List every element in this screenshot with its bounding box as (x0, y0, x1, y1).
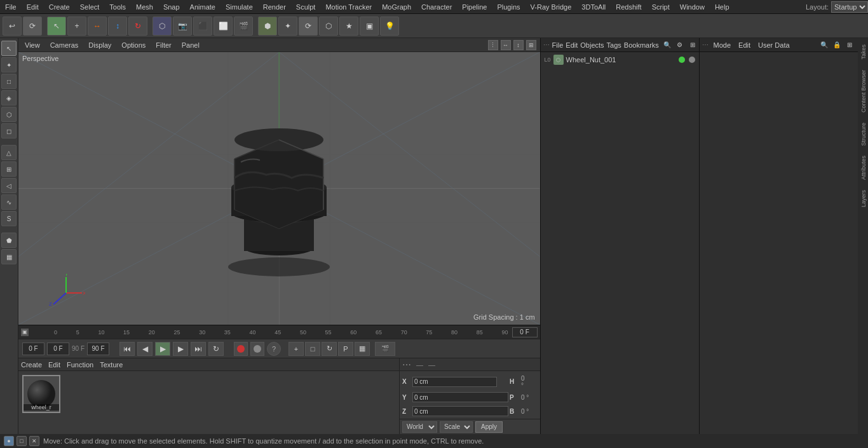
vp-ctrl-2[interactable]: ↔ (501, 40, 511, 50)
vp-ctrl-3[interactable]: ↕ (513, 40, 524, 50)
vp-ctrl-4[interactable]: ⊞ (526, 40, 536, 50)
menu-window[interactable]: Window (675, 2, 710, 12)
z-pos-input[interactable] (412, 406, 508, 416)
vp-menu-panel[interactable]: Panel (179, 41, 202, 49)
vp-menu-cameras[interactable]: Cameras (48, 41, 81, 49)
scale-button[interactable]: ↔ (88, 17, 107, 36)
mode-indicator-3[interactable]: ✕ (29, 436, 39, 446)
light-button[interactable]: 💡 (380, 17, 399, 36)
obj-expand-icon[interactable]: ⊞ (687, 39, 698, 51)
mode-indicator-1[interactable]: ● (4, 436, 14, 446)
mode-btn-9[interactable]: ◁ (1, 178, 17, 193)
viewport[interactable]: X Y Z Perspective Grid Spacing : 1 cm (18, 52, 540, 325)
vtab-attributes[interactable]: Attributes (859, 151, 868, 185)
attr-search-icon[interactable]: 🔍 (818, 39, 830, 51)
menu-help[interactable]: Help (710, 2, 735, 12)
menu-character[interactable]: Character (416, 2, 457, 12)
attr-menu-mode[interactable]: Mode (711, 41, 734, 49)
undo-button[interactable]: ↩ (3, 17, 22, 36)
vtab-content-browser[interactable]: Content Browser (859, 65, 868, 118)
obj-menu-file[interactable]: File (552, 41, 564, 49)
mode-btn-3[interactable]: □ (1, 74, 17, 89)
go-start-button[interactable]: ⏮ (119, 342, 135, 356)
render-button[interactable]: ⬛ (193, 17, 212, 36)
obj-menu-objects[interactable]: Objects (580, 41, 604, 49)
world-select[interactable]: World Object (402, 421, 437, 433)
menu-edit[interactable]: Edit (22, 2, 44, 12)
mode-btn-7[interactable]: △ (1, 145, 17, 160)
rotate-button[interactable]: ↕ (108, 17, 127, 36)
apply-button[interactable]: Apply (475, 421, 503, 433)
redo-button[interactable]: ⟳ (23, 17, 42, 36)
mode-btn-13[interactable]: ▦ (1, 249, 17, 264)
obj-settings-icon[interactable]: ⚙ (674, 39, 686, 51)
play-button[interactable]: ▶ (155, 342, 170, 356)
mat-menu-edit[interactable]: Edit (48, 361, 60, 369)
translate-button[interactable]: + (288, 342, 304, 356)
step-back-button[interactable]: ◀ (137, 342, 153, 356)
menu-create[interactable]: Create (44, 2, 75, 12)
obj-menu-bookmarks[interactable]: Bookmarks (624, 41, 659, 49)
mode-btn-5[interactable]: ⬡ (1, 107, 17, 122)
mode-btn-1[interactable]: ↖ (1, 41, 17, 56)
mat-menu-texture[interactable]: Texture (100, 361, 123, 369)
menu-snap[interactable]: Snap (158, 2, 185, 12)
mode-btn-8[interactable]: ⊞ (1, 161, 17, 177)
mode-btn-12[interactable]: ⬟ (1, 233, 17, 248)
select-mode-button[interactable]: ↖ (47, 17, 66, 36)
menu-plugins[interactable]: Plugins (492, 2, 525, 12)
move-button[interactable]: + (67, 17, 86, 36)
menu-render[interactable]: Render (258, 2, 291, 12)
obj-row-wheelnut[interactable]: L0 ⬡ Wheel_Nut_001 (542, 53, 698, 66)
mode-btn-10[interactable]: ∿ (1, 194, 17, 210)
end-frame-input[interactable] (87, 343, 109, 355)
layout-select[interactable]: Startup (831, 1, 868, 13)
step-forward-button[interactable]: ▶ (173, 342, 188, 356)
mode-btn-4[interactable]: ◈ (1, 90, 17, 105)
menu-redshift[interactable]: Redshift (611, 2, 646, 12)
vtab-takes[interactable]: Takes (859, 39, 868, 65)
obj-menu-tags[interactable]: Tags (607, 41, 621, 49)
help-button[interactable]: ? (267, 342, 281, 356)
menu-animate[interactable]: Animate (185, 2, 220, 12)
menu-tools[interactable]: Tools (104, 2, 131, 12)
timeline-current-frame[interactable] (512, 327, 538, 337)
vp-menu-view[interactable]: View (22, 41, 43, 49)
mat-menu-create[interactable]: Create (21, 361, 42, 369)
obj-btn1[interactable]: ⬢ (258, 17, 277, 36)
camera-button[interactable]: 📷 (173, 17, 192, 36)
mode-indicator-2[interactable]: □ (17, 436, 27, 446)
transform-button[interactable]: ↻ (128, 17, 147, 36)
vp-ctrl-1[interactable]: ⋮ (488, 40, 498, 50)
vtab-structure[interactable]: Structure (859, 118, 868, 151)
obj-render-dot[interactable] (689, 57, 695, 63)
loop-button[interactable]: ↻ (208, 342, 224, 356)
start-frame-input[interactable] (22, 343, 44, 355)
grid-btn[interactable]: ▦ (355, 342, 370, 356)
y-pos-input[interactable] (412, 392, 508, 402)
menu-3dtoall[interactable]: 3DToAll (576, 2, 611, 12)
menu-vray[interactable]: V-Ray Bridge (526, 2, 577, 12)
obj-search-icon[interactable]: 🔍 (661, 39, 673, 51)
go-end-button[interactable]: ⏭ (191, 342, 206, 356)
render-active-button[interactable]: 🎬 (234, 17, 253, 36)
vp-menu-options[interactable]: Options (119, 41, 148, 49)
attr-menu-edit[interactable]: Edit (736, 41, 753, 49)
mode-btn-6[interactable]: ◻ (1, 123, 17, 139)
obj-menu-edit[interactable]: Edit (566, 41, 578, 49)
obj-btn5[interactable]: ★ (339, 17, 358, 36)
obj-btn4[interactable]: ⬡ (319, 17, 338, 36)
current-frame-stepper[interactable] (47, 343, 69, 355)
attr-expand-icon[interactable]: ⊞ (844, 39, 855, 51)
vp-menu-display[interactable]: Display (86, 41, 114, 49)
autokey-button[interactable] (250, 342, 264, 356)
attr-lock-icon[interactable]: 🔒 (831, 39, 843, 51)
mat-menu-function[interactable]: Function (67, 361, 93, 369)
menu-mesh[interactable]: Mesh (131, 2, 158, 12)
record-button[interactable] (234, 342, 248, 356)
menu-script[interactable]: Script (647, 2, 675, 12)
obj-btn6[interactable]: ▣ (360, 17, 379, 36)
vtab-layers[interactable]: Layers (859, 185, 868, 212)
menu-sculpt[interactable]: Sculpt (291, 2, 321, 12)
obj-visible-dot[interactable] (679, 57, 685, 63)
